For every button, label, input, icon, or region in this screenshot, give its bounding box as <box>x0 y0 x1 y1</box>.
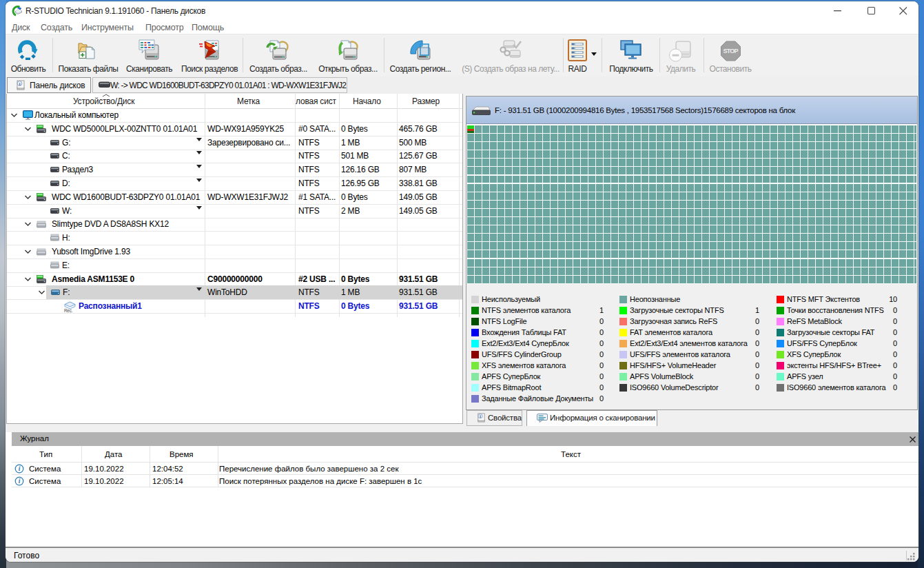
svg-text:STOP: STOP <box>723 48 739 54</box>
svg-text:Rec.: Rec. <box>64 308 73 313</box>
svg-text:i: i <box>19 478 21 485</box>
svg-text:i: i <box>19 465 21 472</box>
